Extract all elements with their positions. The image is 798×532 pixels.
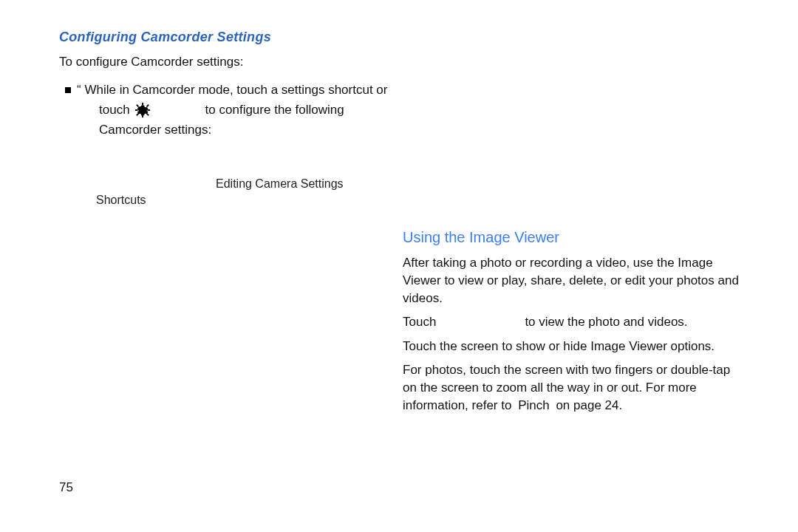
svg-rect-7 — [146, 104, 149, 107]
para-show-hide: Touch the screen to show or hide Image V… — [403, 338, 743, 355]
bullet-line3: Camcorder settings: — [99, 121, 406, 140]
svg-rect-3 — [135, 109, 138, 111]
square-bullet-icon — [65, 87, 71, 93]
svg-point-9 — [139, 107, 146, 114]
bullet-item: “ While in Camcorder mode, touch a setti… — [65, 81, 406, 139]
page-number: 75 — [59, 480, 73, 495]
left-column: Configuring Camcorder Settings To config… — [59, 30, 406, 177]
section-heading-configuring: Configuring Camcorder Settings — [59, 30, 406, 46]
svg-rect-1 — [142, 103, 143, 106]
editing-settings-label: Editing Camera Settings — [216, 177, 344, 191]
svg-rect-4 — [147, 109, 150, 111]
gear-icon — [134, 102, 201, 118]
section-heading-image-viewer: Using the Image Viewer — [403, 228, 743, 247]
svg-rect-5 — [136, 104, 139, 107]
touch-rest: to view the photo and videos. — [525, 313, 687, 331]
pinch-rest: on page 24. — [553, 398, 623, 412]
para-zoom-pinch: For photos, touch the screen with two fi… — [403, 361, 743, 415]
touch-word: Touch — [403, 313, 436, 331]
pinch-crossref[interactable]: Pinch — [515, 398, 553, 412]
intro-line: To configure Camcorder settings: — [59, 53, 406, 72]
svg-rect-2 — [142, 115, 143, 118]
bullet-line2: touch — [99, 101, 406, 120]
touch-word: touch — [99, 101, 130, 120]
bullet-line1: While in Camcorder mode, touch a setting… — [81, 83, 388, 97]
manual-page: Configuring Camcorder Settings To config… — [0, 0, 798, 532]
after-icon-text: to configure the following — [205, 101, 344, 120]
shortcuts-label: Shortcuts — [96, 194, 146, 207]
touch-line: Touch to view the photo and videos. — [403, 313, 743, 331]
right-column: Using the Image Viewer After taking a ph… — [403, 228, 743, 415]
bullet-content: “ While in Camcorder mode, touch a setti… — [77, 81, 406, 139]
image-viewer-intro: After taking a photo or recording a vide… — [403, 254, 743, 307]
